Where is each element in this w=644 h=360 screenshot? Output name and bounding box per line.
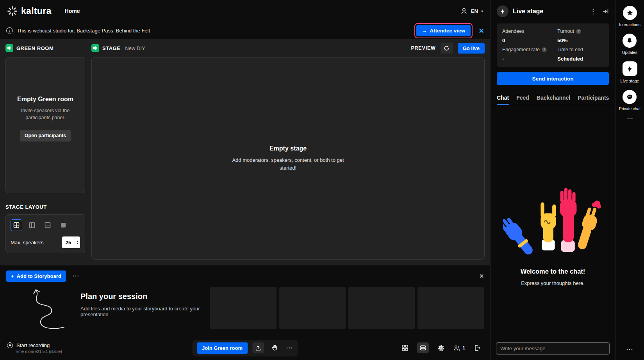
max-speakers-row: Max. speakers 25 ▴▾	[11, 236, 80, 248]
arrow-right-icon: →	[422, 28, 427, 34]
storyboard-more-icon[interactable]: ⋯	[72, 272, 80, 280]
settings-gear-icon[interactable]	[435, 342, 447, 353]
kaltura-brand[interactable]: kaltura	[7, 6, 52, 16]
raise-hand-button[interactable]	[269, 342, 280, 353]
stage-column: STAGE New DIY PREVIEW Go live	[91, 39, 485, 265]
attendees-value: 0	[502, 38, 557, 43]
chat-body: Welcome to the chat! Express your though…	[491, 105, 615, 360]
hands-illustration	[503, 186, 603, 258]
collapse-panel-icon[interactable]	[602, 8, 609, 14]
live-panel-title: Live stage	[513, 8, 543, 15]
rail-item-live-stage[interactable]: Live stage	[621, 61, 639, 83]
number-stepper[interactable]: ▴▾	[75, 236, 80, 248]
lightning-icon	[497, 5, 508, 17]
max-speakers-input[interactable]: 25 ▴▾	[62, 236, 80, 248]
stage-title: STAGE	[102, 45, 120, 51]
studio-main: GREEN ROOM Empty Green room Invite speak…	[0, 39, 490, 265]
engagement-label: Engagement rate?	[502, 47, 557, 52]
more-options-icon[interactable]: ⋯	[286, 344, 293, 352]
storyboard-slot[interactable]	[210, 287, 277, 329]
solo-layout-icon[interactable]	[57, 219, 69, 231]
time-to-end-label: Time to end	[557, 47, 603, 52]
chat-bubble-icon	[623, 90, 637, 104]
list-view-icon[interactable]	[417, 342, 429, 353]
storyboard-slot[interactable]	[279, 287, 346, 329]
sidebar-layout-icon[interactable]	[26, 219, 38, 231]
time-to-end-value: Scheduled	[557, 56, 603, 62]
chat-tabs: Chat Feed Backchannel Participants	[491, 91, 615, 105]
rail-divider	[627, 118, 633, 119]
storyboard-slot[interactable]	[348, 287, 415, 329]
center-controls: Join Green room ⋯	[192, 340, 298, 356]
user-icon[interactable]	[460, 7, 468, 15]
live-panel-actions: ⋮	[590, 7, 609, 16]
grid-layout-icon[interactable]	[11, 219, 22, 231]
record-icon	[7, 342, 13, 348]
share-content-button[interactable]	[252, 342, 264, 353]
live-stage-panel: Live stage ⋮ Attendees Turnout? 0 50% En…	[490, 0, 615, 360]
topbar-right: EN ▾	[460, 7, 483, 15]
storyboard-title: Plan your session	[80, 292, 202, 301]
add-to-storyboard-button[interactable]: + Add to Storyboard	[6, 270, 66, 282]
storyboard-section: + Add to Storyboard ⋯ × Plan your sess	[0, 265, 490, 336]
message-input[interactable]	[496, 342, 610, 355]
star-icon	[623, 6, 637, 20]
rows-layout-icon[interactable]	[42, 219, 54, 231]
max-speakers-label: Max. speakers	[11, 240, 62, 245]
storyboard-close-icon[interactable]: ×	[479, 272, 484, 280]
storyboard-slots	[210, 284, 484, 331]
engagement-value: -	[502, 56, 557, 62]
tab-backchannel[interactable]: Backchannel	[537, 95, 570, 105]
stage-header: STAGE New DIY PREVIEW Go live	[91, 39, 485, 57]
bottom-control-bar: Start recording kme-room v21.5.1 (stable…	[0, 336, 490, 360]
attendees-label: Attendees	[502, 29, 557, 34]
stage-layout-header: STAGE LAYOUT	[5, 199, 85, 214]
preview-label: PREVIEW	[411, 45, 435, 51]
storyboard-toolbar: + Add to Storyboard ⋯ ×	[6, 269, 484, 283]
view-controls: 1	[399, 342, 483, 353]
language-selector[interactable]: EN	[471, 8, 478, 14]
stage-empty-desc: Add moderators, speakers, content, or bo…	[224, 156, 353, 172]
tab-feed[interactable]: Feed	[516, 95, 529, 105]
chevron-down-icon[interactable]: ▾	[481, 9, 483, 13]
banner-close-icon[interactable]: ×	[479, 27, 484, 35]
tab-chat[interactable]: Chat	[497, 95, 509, 105]
nav-home[interactable]: Home	[65, 8, 80, 14]
recording-group: Start recording kme-room v21.5.1 (stable…	[7, 342, 62, 354]
send-interaction-button[interactable]: Send interaction	[497, 72, 609, 85]
participants-button[interactable]: 1	[453, 342, 465, 353]
help-icon[interactable]: ?	[576, 29, 581, 34]
stage-layout-title: STAGE LAYOUT	[5, 204, 47, 210]
rail-item-interactions[interactable]: Interactions	[619, 6, 640, 27]
stage-actions: PREVIEW Go live	[411, 43, 485, 54]
speaker-icon	[91, 44, 99, 52]
refresh-button[interactable]	[441, 43, 453, 54]
go-live-button[interactable]: Go live	[458, 43, 485, 54]
main-column: kaltura Home EN ▾ i This is webcast stud…	[0, 0, 490, 360]
attendee-view-button[interactable]: → Attendee view	[416, 25, 471, 36]
rail-more-icon[interactable]: ⋯	[626, 345, 633, 354]
turnout-label: Turnout?	[557, 29, 603, 34]
rail-item-updates[interactable]: Updates	[622, 34, 637, 55]
start-recording-button[interactable]: Start recording	[7, 342, 62, 348]
participants-count: 1	[462, 345, 465, 351]
kebab-menu-icon[interactable]: ⋮	[590, 7, 596, 16]
storyboard-desc: Add files and media to your storyboard t…	[80, 306, 202, 317]
help-icon[interactable]: ?	[542, 47, 547, 52]
stage-canvas[interactable]: Empty stage Add moderators, speakers, co…	[91, 57, 485, 260]
rail-item-private-chat[interactable]: Private chat	[619, 90, 640, 111]
tab-participants[interactable]: Participants	[578, 95, 609, 105]
green-room-empty-title: Empty Green room	[17, 96, 73, 103]
leave-room-icon[interactable]	[471, 342, 483, 353]
webcast-studio-app: kaltura Home EN ▾ i This is webcast stud…	[0, 0, 644, 360]
open-participants-button[interactable]: Open participants	[20, 130, 71, 141]
chat-welcome-title: Welcome to the chat!	[521, 268, 585, 275]
join-green-room-button[interactable]: Join Green room	[197, 342, 248, 354]
squiggle-arrow-illustration	[17, 284, 76, 331]
green-room-column: GREEN ROOM Empty Green room Invite speak…	[5, 39, 85, 265]
brand-name: kaltura	[21, 6, 52, 16]
grid-view-icon[interactable]	[399, 342, 411, 353]
storyboard-slot[interactable]	[417, 287, 484, 329]
green-room-title: GREEN ROOM	[16, 45, 54, 51]
kaltura-logo-icon	[7, 6, 18, 16]
